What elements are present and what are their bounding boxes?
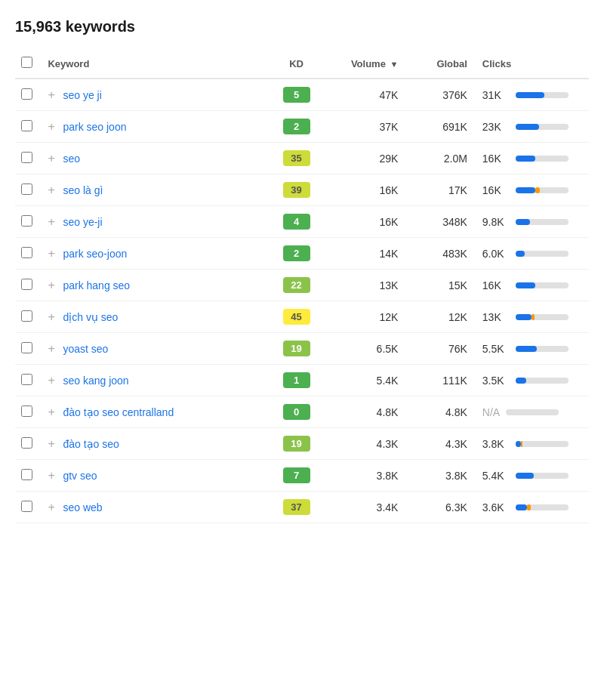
keyword-link[interactable]: seo web [63,501,102,513]
row-checkbox[interactable] [21,120,32,131]
bar-blue [516,251,525,257]
row-checkbox-cell [15,301,42,333]
bar-blue [516,124,540,130]
keyword-link[interactable]: park hang seo [63,279,130,291]
bar-blue [516,219,531,225]
add-button[interactable]: + [48,120,58,134]
header-checkbox[interactable] [15,49,42,79]
kd-badge: 19 [283,341,310,356]
keyword-link[interactable]: dịch vụ seo [63,311,118,323]
clicks-value: 5.4K [482,470,510,482]
row-checkbox[interactable] [21,374,32,385]
table-row: + seo web 373.4K6.3K 3.6K [15,492,589,523]
add-button[interactable]: + [48,279,58,292]
keyword-link[interactable]: park seo joon [63,121,126,133]
clicks-bar [516,187,569,193]
keyword-link[interactable]: seo ye ji [63,89,101,101]
row-checkbox-cell [15,111,42,143]
kd-badge: 1 [283,372,310,388]
keyword-link[interactable]: seo là gì [63,184,103,196]
header-global[interactable]: Global [404,49,473,79]
keyword-cell: + seo [42,143,266,174]
row-checkbox-cell [15,143,42,174]
row-checkbox[interactable] [21,501,32,512]
bar-orange [521,441,522,447]
row-checkbox[interactable] [21,183,32,195]
header-volume[interactable]: Volume ▼ [327,49,405,79]
row-checkbox[interactable] [21,406,32,417]
clicks-cell: 31K [473,79,589,111]
clicks-bar [516,314,569,320]
keyword-link[interactable]: gtv seo [63,470,97,482]
table-row: + seo ye ji 547K376K 31K [15,79,589,111]
clicks-cell: 6.0K [473,238,589,270]
clicks-bar [516,346,569,352]
global-cell: 376K [404,79,473,111]
row-checkbox-cell [15,174,42,206]
volume-cell: 5.4K [327,365,405,396]
add-button[interactable]: + [48,501,58,514]
kd-cell: 19 [267,428,327,460]
kd-badge: 5 [283,87,310,103]
clicks-value: 16K [482,279,510,291]
add-button[interactable]: + [48,342,58,356]
volume-sort-icon: ▼ [390,60,399,69]
keyword-link[interactable]: seo [63,153,80,165]
row-checkbox[interactable] [21,279,32,290]
bar-blue [516,92,545,98]
global-cell: 15K [404,270,473,301]
bar-blue [516,314,532,320]
add-button[interactable]: + [48,437,58,451]
add-button[interactable]: + [48,183,58,197]
keyword-link[interactable]: yoast seo [63,343,108,355]
row-checkbox[interactable] [21,342,32,353]
keyword-link[interactable]: seo ye-ji [63,216,102,228]
row-checkbox[interactable] [21,247,32,258]
header-clicks[interactable]: Clicks [473,49,589,79]
row-checkbox[interactable] [21,437,32,449]
page-title: 15,963 keywords [15,18,589,35]
row-checkbox[interactable] [21,469,32,480]
row-checkbox-cell [15,333,42,365]
row-checkbox[interactable] [21,88,32,100]
kd-badge: 2 [283,245,310,261]
keyword-link[interactable]: đào tạo seo [63,438,119,450]
add-button[interactable]: + [48,215,58,229]
keyword-link[interactable]: đào tạo seo centralland [63,406,174,418]
row-checkbox-cell [15,206,42,238]
global-cell: 6.3K [404,492,473,523]
keyword-cell: + dịch vụ seo [42,301,266,333]
global-cell: 17K [404,174,473,206]
bar-blue [516,504,527,510]
add-button[interactable]: + [48,374,58,387]
volume-cell: 13K [327,270,405,301]
add-button[interactable]: + [48,152,58,165]
global-cell: 691K [404,111,473,143]
bar-blue [516,282,536,288]
keyword-link[interactable]: park seo-joon [63,248,127,260]
table-row: + đào tạo seo centralland 04.8K4.8K N/A [15,396,589,428]
add-button[interactable]: + [48,469,58,483]
kd-badge: 2 [283,119,310,134]
add-button[interactable]: + [48,310,58,324]
select-all-checkbox[interactable] [21,57,32,68]
row-checkbox[interactable] [21,310,32,322]
row-checkbox[interactable] [21,215,32,227]
row-checkbox-cell [15,365,42,396]
row-checkbox[interactable] [21,152,32,163]
bar-blue [516,441,521,447]
kd-badge: 19 [283,436,310,452]
add-button[interactable]: + [48,88,58,102]
header-volume-label: Volume [351,58,386,69]
keyword-link[interactable]: seo kang joon [63,375,128,387]
kd-cell: 5 [267,79,327,111]
kd-cell: 2 [267,111,327,143]
keyword-cell: + seo ye ji [42,79,266,111]
add-button[interactable]: + [48,247,58,261]
clicks-bar [516,378,569,384]
clicks-value: 3.8K [482,438,510,450]
add-button[interactable]: + [48,406,58,419]
clicks-value: 31K [482,89,510,101]
header-keyword[interactable]: Keyword [42,49,266,79]
header-kd[interactable]: KD [267,49,327,79]
